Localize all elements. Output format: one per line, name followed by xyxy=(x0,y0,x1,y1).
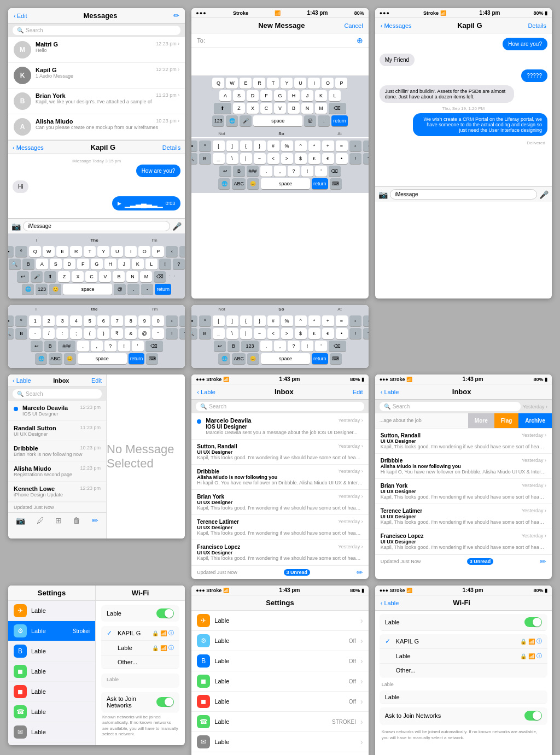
ask-join-wifi-toggle[interactable] xyxy=(524,711,542,721)
edit-label[interactable]: Edit xyxy=(17,13,27,19)
msg-content: Brian York 11:23 pm › Kapil, we like you… xyxy=(36,92,179,104)
mic-icon[interactable]: 🎤 xyxy=(172,222,182,231)
chat-detail-nav: ‹ Messages Kapil G Details xyxy=(375,18,552,33)
other-network[interactable]: Other... xyxy=(101,655,179,669)
settings-phone-screen: ●●● Stroke 📶 1:43 pm 80% ▮ Settings ✈ La… xyxy=(191,586,368,755)
swipe-search-input[interactable]: 🔍Search xyxy=(380,402,521,411)
kapilg-wifi-row[interactable]: ✓ KAPIL G 🔒 📶 ⓘ xyxy=(380,634,547,649)
flag-action-btn[interactable]: Flag xyxy=(494,413,519,428)
list-item[interactable]: K Kapil G 12:22 pm › 1 Audio Message xyxy=(8,63,185,89)
message-body-area[interactable] xyxy=(191,48,368,75)
settings-item-7[interactable]: ✉ Lable xyxy=(8,722,95,742)
swipe-email-2[interactable]: Sutton, Randall Yesterday › UI UX Design… xyxy=(375,429,552,454)
settings-item-5[interactable]: ◼ Lable xyxy=(8,682,95,702)
chat-input[interactable]: iMessage xyxy=(390,189,537,200)
sidebar-contact-3[interactable]: Dribbble 10:23 pm Brian York is now foll… xyxy=(8,441,106,461)
settings-item-3[interactable]: B Lable xyxy=(8,641,95,662)
keyboard-row-4: 🌐 123 😊 space @ . - return xyxy=(9,284,184,295)
sidebar-contact-5[interactable]: Kenneth Lowe 12:23 pm iPhone Design Upda… xyxy=(8,482,106,502)
settings-row-2[interactable]: ⚙ Lable Off xyxy=(191,631,368,651)
settings-row-4[interactable]: ◼ Lable Off xyxy=(191,671,368,692)
email-item-1[interactable]: Marcelo Deavila Yesterday › IOS UI Desig… xyxy=(191,413,368,440)
toolbar-icon-1[interactable]: 📷 xyxy=(16,516,25,525)
wifi-icon: 📶 xyxy=(275,10,281,16)
inbox-back-btn[interactable]: ‹ Lable xyxy=(197,389,215,395)
kapilg-network[interactable]: ✓ KAPIL G 🔒 📶 ⓘ xyxy=(101,626,179,641)
camera-icon[interactable]: 📷 xyxy=(11,222,21,231)
settings-row-5[interactable]: ◼ Lable Off xyxy=(191,692,368,712)
avatar: B xyxy=(14,92,31,110)
search-input[interactable]: 🔍 Search xyxy=(13,26,180,35)
toolbar-icon-3[interactable]: ⊞ xyxy=(55,516,62,525)
settings-item-4[interactable]: ◼ Lable xyxy=(8,662,95,682)
lable-network[interactable]: Lable 🔒 📶 ⓘ xyxy=(101,641,179,655)
swipe-email-6[interactable]: Francisco Lopez Yesterday › UI UX Design… xyxy=(375,529,552,554)
inbox-search-input[interactable]: 🔍Search xyxy=(196,402,364,411)
settings-item-2[interactable]: ⚙ Lable Strokei xyxy=(8,621,95,641)
settings-row-7[interactable]: ✉ Lable xyxy=(191,732,368,752)
swipe-status: ●●● Stroke 📶 1:43 pm 80% ▮ xyxy=(375,374,552,384)
settings-item-6[interactable]: ☎ Lable xyxy=(8,702,95,722)
compose-btn[interactable]: ✏ xyxy=(357,568,363,577)
wifi-toggle[interactable] xyxy=(156,608,174,618)
lable-wifi-row[interactable]: Lable 🔒 📶 ⓘ xyxy=(380,649,547,664)
wifi-back-btn[interactable]: ‹ Lable xyxy=(381,600,399,606)
settings-row-3[interactable]: B Lable Off xyxy=(191,651,368,671)
inbox-edit-btn[interactable]: Edit xyxy=(353,389,363,395)
mic-icon-2[interactable]: 🎤 xyxy=(539,190,549,199)
settings-row-6[interactable]: ☎ Lable STROKEI xyxy=(191,712,368,732)
camera-icon-2[interactable]: 📷 xyxy=(378,190,388,199)
email-item-2[interactable]: Sutton, Randall Yesterday › UI UX Design… xyxy=(191,440,368,465)
archive-action-btn[interactable]: Archive xyxy=(518,413,552,428)
sidebar-contact-2[interactable]: Randall Sutton 11:23 pm UI UX Designer xyxy=(8,421,106,441)
search-placeholder: Search xyxy=(26,27,43,33)
wifi-main-toggle-switch[interactable] xyxy=(524,617,542,627)
message-input[interactable]: iMessage xyxy=(23,221,170,231)
list-item[interactable]: M Maitri G 12:23 pm › Hello xyxy=(8,37,185,63)
add-recipient-btn[interactable]: ⊕ xyxy=(357,36,363,45)
sidebar-contact-4[interactable]: Alisha Miudo 12:23 pm Registrationn seco… xyxy=(8,461,106,482)
swipe-compose-btn[interactable]: ✏ xyxy=(540,557,546,566)
sidebar-contacts: Marcelo Deavila 12:23 pm IOS UI Designer… xyxy=(8,401,106,502)
settings-row-1[interactable]: ✈ Lable xyxy=(191,611,368,631)
msg-preview: Can you please create one mockup from ou… xyxy=(36,125,179,130)
cancel-btn[interactable]: Cancel xyxy=(344,22,363,29)
email-item-5[interactable]: Terence Latimer Yesterday › UI UX Design… xyxy=(191,515,368,540)
sidebar-search-input[interactable]: 🔍 Search xyxy=(13,389,102,399)
compose-btn[interactable]: ✏ xyxy=(173,11,179,20)
swipe-email-3[interactable]: Dribbble Yesterday › Alisha Miudo is now… xyxy=(375,454,552,479)
wifi-signal-icons: 🔒 📶 ⓘ xyxy=(152,629,174,637)
other-wifi-row[interactable]: Other... xyxy=(380,664,547,677)
swipe-email-5[interactable]: Terence Latimer Yesterday › UI UX Design… xyxy=(375,504,552,529)
toolbar-icon-2[interactable]: 🖊 xyxy=(37,516,44,525)
chevron-2 xyxy=(360,636,363,645)
email-item-3[interactable]: Dribbble Yesterday › Alisha Miudo is now… xyxy=(191,465,368,490)
email-item-6[interactable]: Francisco Lopez Yesterday › UI UX Design… xyxy=(191,540,368,565)
list-item[interactable]: B Brian York 11:23 pm › Kapil, we like y… xyxy=(8,89,185,114)
stroke-label: Stroke xyxy=(233,10,248,16)
edit-back-btn[interactable]: ‹ Edit xyxy=(14,13,27,19)
email-item-4[interactable]: Brian York Yesterday › UI UX Designer Ka… xyxy=(191,490,368,515)
back-to-messages[interactable]: ‹ Messages xyxy=(13,144,44,151)
inbox-footer: Updated Just Now 3 Unread ✏ xyxy=(191,565,368,579)
sidebar-back[interactable]: ‹ Lable xyxy=(13,377,31,384)
chevron-4 xyxy=(360,677,363,686)
audio-duration: 0:03 xyxy=(166,201,176,206)
ask-join-toggle[interactable] xyxy=(156,697,174,707)
more-action-btn[interactable]: More xyxy=(468,413,494,428)
details-action-btn[interactable]: Details xyxy=(528,22,546,29)
settings-item-1[interactable]: ✈ Lable xyxy=(8,601,95,621)
settings-row-8[interactable]: ◼ Lable xyxy=(191,752,368,755)
toolbar-icon-4[interactable]: 🗑 xyxy=(73,516,80,525)
edit-inbox-btn[interactable]: Edit xyxy=(91,377,102,384)
msg-content: Alisha Miudo 10:23 pm › Can you please c… xyxy=(36,118,179,130)
details-btn[interactable]: Details xyxy=(162,144,181,151)
compose-icon[interactable]: ✏ xyxy=(92,516,98,525)
keyboard-predictor2: Not So At xyxy=(191,305,368,313)
swipe-back-btn[interactable]: ‹ Lable xyxy=(381,389,399,395)
back-messages-btn[interactable]: ‹ Messages xyxy=(381,22,412,29)
swipe-email-4[interactable]: Brian York Yesterday › UI UX Designer Ka… xyxy=(375,479,552,504)
to-input[interactable] xyxy=(207,37,354,44)
list-item[interactable]: A Alisha Miudo 10:23 pm › Can you please… xyxy=(8,114,185,140)
sidebar-contact-1[interactable]: Marcelo Deavila 12:23 pm IOS UI Designer xyxy=(8,401,106,421)
